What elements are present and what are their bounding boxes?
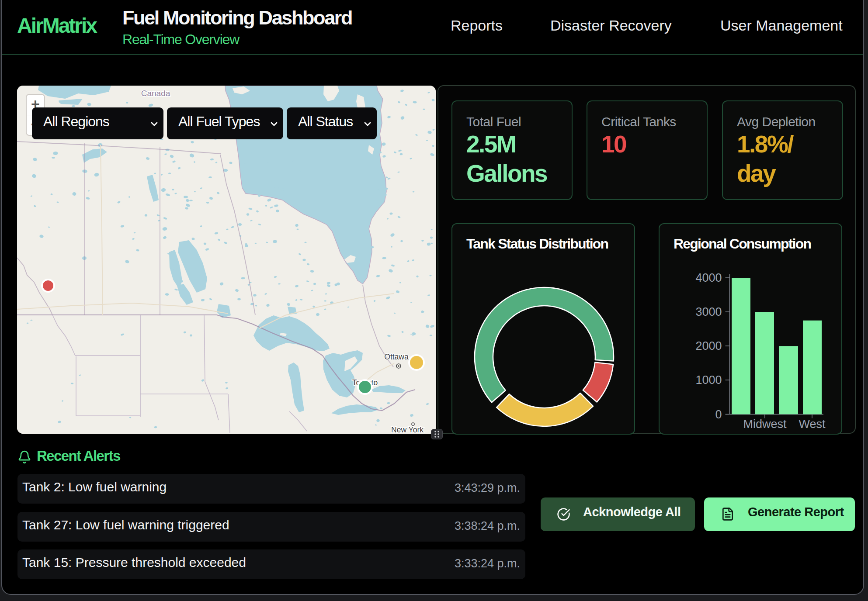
svg-text:0: 0 <box>715 408 722 421</box>
svg-text:3000: 3000 <box>695 305 722 318</box>
svg-text:1000: 1000 <box>695 373 722 387</box>
svg-text:2000: 2000 <box>695 339 722 352</box>
svg-text:New York: New York <box>391 425 424 434</box>
svg-text:Ottawa: Ottawa <box>384 352 409 361</box>
svg-text:West: West <box>799 418 826 431</box>
svg-text:Canada: Canada <box>141 89 170 98</box>
svg-text:4000: 4000 <box>695 271 722 284</box>
svg-text:Midwest: Midwest <box>743 418 787 431</box>
